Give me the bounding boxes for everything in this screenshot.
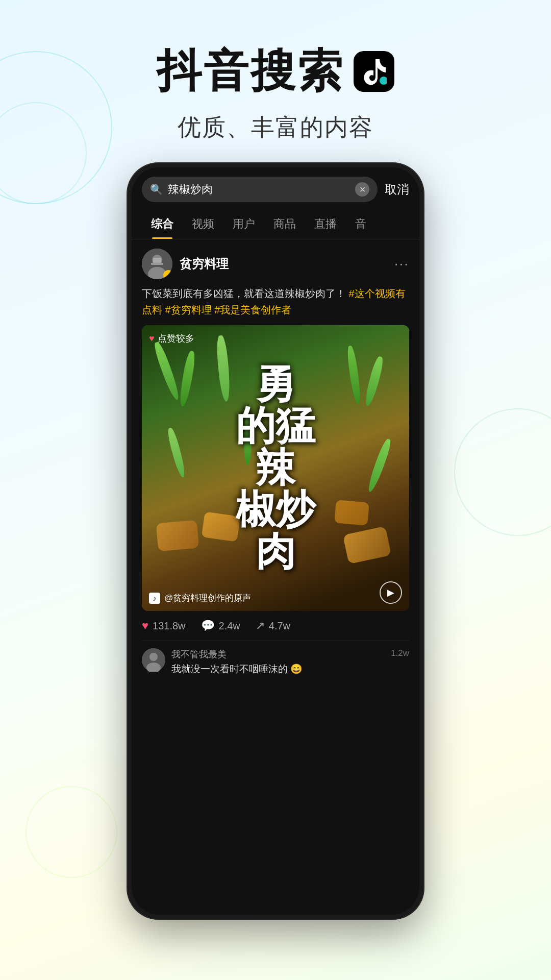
tab-直播[interactable]: 直播 (305, 209, 346, 239)
search-clear-button[interactable]: ✕ (355, 182, 369, 197)
tab-商品[interactable]: 商品 (264, 209, 305, 239)
likes-badge: ♥ 点赞较多 (149, 332, 194, 345)
tiktok-logo-icon (354, 51, 394, 92)
bg-decoration-4 (26, 786, 117, 878)
cancel-button[interactable]: 取消 (385, 181, 409, 198)
phone-outer-frame: 🔍 辣椒炒肉 ✕ 取消 综合 视频 用户 商品 直播 音 (128, 163, 423, 919)
title-area: 抖音搜索 优质、丰富的内容 (0, 0, 551, 143)
audio-label-row[interactable]: ♪ @贫穷料理创作的原声 (149, 592, 251, 604)
stats-row: ♥ 131.8w 💬 2.4w ↗ 4.7w (142, 611, 409, 641)
phone-mockup: 🔍 辣椒炒肉 ✕ 取消 综合 视频 用户 商品 直播 音 (128, 163, 423, 919)
commenter-name: 我不管我最美 (171, 648, 385, 660)
likes-icon: ♥ (142, 619, 148, 632)
search-input-wrap[interactable]: 🔍 辣椒炒肉 ✕ (142, 177, 378, 202)
search-bar-row: 🔍 辣椒炒肉 ✕ 取消 (132, 167, 419, 209)
phone-inner-screen: 🔍 辣椒炒肉 ✕ 取消 综合 视频 用户 商品 直播 音 (132, 167, 419, 915)
search-query-text: 辣椒炒肉 (168, 182, 350, 197)
likes-badge-text: 点赞较多 (158, 332, 194, 345)
comment-icon: 💬 (201, 619, 215, 632)
content-area: ✓ 贫穷料理 ··· 下饭菜到底有多凶猛，就看这道辣椒炒肉了！ #这个视频有点料… (132, 239, 419, 915)
svg-rect-5 (151, 263, 163, 265)
stat-likes[interactable]: ♥ 131.8w (142, 619, 186, 632)
comment-content: 我不管我最美 我就没一次看时不咽唾沫的 😄 (171, 648, 385, 676)
bg-decoration-3 (454, 408, 551, 536)
post-body: 下饭菜到底有多凶猛，就看这道辣椒炒肉了！ #这个视频有点料 #贫穷料理 #我是美… (142, 285, 409, 318)
svg-point-0 (380, 77, 387, 85)
tab-视频[interactable]: 视频 (183, 209, 223, 239)
audio-label-text: @贫穷料理创作的原声 (164, 592, 251, 604)
comment-preview-row: 我不管我最美 我就没一次看时不咽唾沫的 😄 1.2w (142, 641, 409, 683)
video-title-text: 勇的猛辣椒炒肉 (236, 363, 315, 572)
avatar: ✓ (142, 249, 172, 279)
share-count: 4.7w (269, 620, 290, 632)
comment-text: 我就没一次看时不咽唾沫的 😄 (171, 663, 385, 676)
stat-comments[interactable]: 💬 2.4w (201, 619, 240, 632)
comment-count-stat: 2.4w (219, 620, 240, 632)
tiktok-small-icon: ♪ (149, 593, 160, 604)
stat-shares[interactable]: ↗ 4.7w (256, 619, 290, 632)
hashtag-3[interactable]: #我是美食创作者 (214, 304, 291, 315)
tab-音乐[interactable]: 音 (346, 209, 375, 239)
play-button[interactable]: ▶ (380, 581, 402, 604)
video-text-overlay: 勇的猛辣椒炒肉 (142, 325, 409, 611)
app-title: 抖音搜索 (0, 41, 551, 102)
hashtag-2[interactable]: #贫穷料理 (165, 304, 212, 315)
video-thumbnail[interactable]: 勇的猛辣椒炒肉 ♥ 点赞较多 ♪ @贫穷料理创作的原声 (142, 325, 409, 611)
app-content: 🔍 辣椒炒肉 ✕ 取消 综合 视频 用户 商品 直播 音 (132, 167, 419, 915)
post-username: 贫穷料理 (180, 256, 387, 272)
tabs-row: 综合 视频 用户 商品 直播 音 (132, 209, 419, 239)
search-icon: 🔍 (150, 183, 163, 195)
post-body-text: 下饭菜到底有多凶猛，就看这道辣椒炒肉了！ (142, 288, 346, 299)
heart-icon: ♥ (149, 333, 155, 344)
commenter-avatar (142, 648, 165, 672)
app-subtitle: 优质、丰富的内容 (0, 112, 551, 143)
tab-用户[interactable]: 用户 (223, 209, 264, 239)
likes-count: 131.8w (153, 620, 186, 632)
svg-point-7 (149, 653, 158, 661)
comment-reaction-count: 1.2w (391, 648, 409, 658)
more-options-button[interactable]: ··· (394, 256, 409, 272)
verified-badge: ✓ (163, 270, 172, 279)
post-user-row: ✓ 贫穷料理 ··· (142, 239, 409, 285)
share-icon: ↗ (256, 619, 265, 632)
tab-综合[interactable]: 综合 (142, 209, 183, 239)
